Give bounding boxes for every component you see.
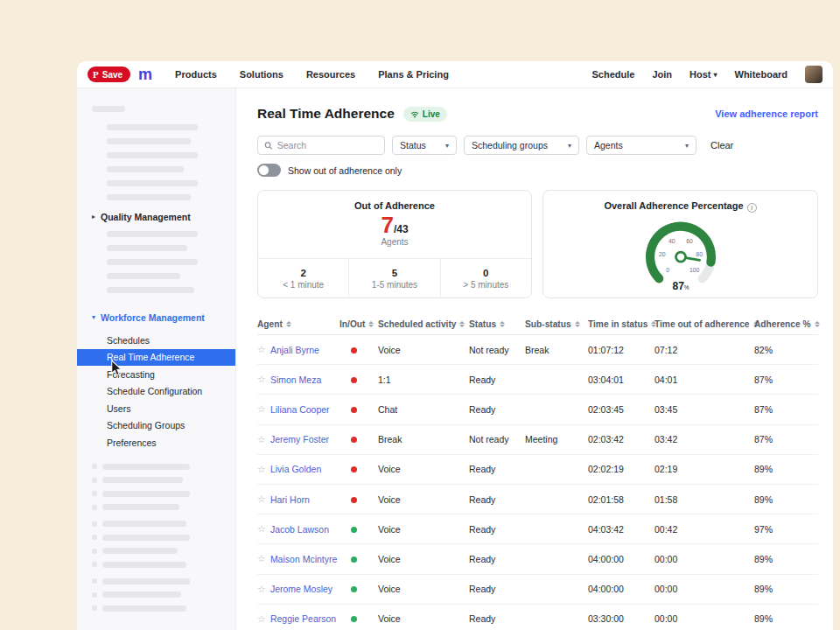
star-icon[interactable]: ☆ [257,344,266,355]
inout-dot [351,586,357,592]
skeleton-bullet [92,491,97,496]
stat-label: > 5 minutes [463,280,508,290]
cell-sub-status: Break [525,345,588,355]
overall-adherence-card: Overall Adherence Percentagei 0 20 40 60… [542,190,818,298]
cell-adherence: 87% [754,404,818,415]
inout-dot [351,377,357,383]
star-icon[interactable]: ☆ [257,584,266,595]
agent-link[interactable]: Reggie Pearson [270,613,336,624]
nav-item-solutions[interactable]: Solutions [240,69,284,80]
filter-bar: Status ▾ Scheduling groups ▾ Agents ▾ Cl… [257,136,818,155]
skeleton-row [92,535,235,541]
search-input[interactable] [277,140,378,150]
agents-select[interactable]: Agents ▾ [586,136,696,155]
cell-time-out: 03:45 [654,404,754,415]
sidebar-section-workforce-management[interactable]: ▾ Workforce Management [77,309,235,326]
skeleton-line [102,548,178,554]
pinterest-icon: P [93,69,99,80]
sidebar-item-preferences[interactable]: Preferences [77,434,235,452]
out-of-adherence-toggle[interactable] [257,164,281,177]
agent-link[interactable]: Maison Mcintyre [270,554,337,564]
table-row: ☆Reggie Pearson Voice Ready 03:30:00 00:… [257,605,818,630]
cell-adherence: 89% [754,613,818,624]
cell-activity: Voice [378,554,469,564]
skeleton-line [92,106,125,112]
cell-adherence: 89% [754,464,818,474]
agent-link[interactable]: Liliana Cooper [270,404,330,415]
sidebar-item-forecasting[interactable]: Forecasting [77,366,235,383]
cell-time-in-status: 03:30:00 [588,613,654,624]
cell-time-out: 00:00 [654,554,754,564]
agent-link[interactable]: Jerome Mosley [270,584,332,594]
status-select[interactable]: Status ▾ [392,136,457,155]
sidebar-item-schedule-configuration[interactable]: Schedule Configuration [77,383,235,401]
star-icon[interactable]: ☆ [257,464,266,475]
cell-adherence: 89% [754,494,818,505]
cell-status: Ready [469,554,525,564]
sidebar-item-users[interactable]: Users [77,400,235,417]
agent-link[interactable]: Jacob Lawson [270,524,329,535]
cell-activity: Break [378,434,469,444]
search-icon [264,141,273,150]
sidebar-item-schedules[interactable]: Schedules [77,332,235,349]
star-icon[interactable]: ☆ [257,553,266,564]
cell-status: Ready [469,464,525,474]
nav-item-host-label: Host [690,69,710,80]
sidebar-item-scheduling-groups[interactable]: Scheduling Groups [77,417,235,435]
star-icon[interactable]: ☆ [257,434,266,445]
agent-link[interactable]: Livia Golden [270,464,321,474]
skeleton-bullet [92,578,97,584]
inout-dot [351,497,357,503]
skeleton-bullet [92,464,97,469]
nav-item-schedule[interactable]: Schedule [592,69,635,80]
cell-time-out: 03:42 [654,434,754,444]
clear-filters-link[interactable]: Clear [710,140,733,150]
agent-link[interactable]: Anjali Byrne [270,345,319,355]
nav-item-whiteboard[interactable]: Whiteboard [735,69,788,80]
out-of-adherence-count: 7/43 [258,212,531,239]
skeleton-bullet [92,606,97,611]
agent-link[interactable]: Jeremy Foster [270,434,329,444]
star-icon[interactable]: ☆ [257,523,266,535]
scheduling-groups-select[interactable]: Scheduling groups ▾ [464,136,579,155]
cell-adherence: 89% [754,584,818,594]
column-header-time-in-status[interactable]: Time in status [588,319,654,329]
star-icon[interactable]: ☆ [257,613,266,625]
agent-link[interactable]: Hari Horn [270,494,310,505]
star-icon[interactable]: ☆ [257,374,266,385]
stat-label: < 1 minute [283,280,324,290]
column-header-status[interactable]: Status [469,319,525,329]
agent-link[interactable]: Simon Meza [270,374,321,385]
sidebar-item-real-time-adherence[interactable]: Real Time Adherence [77,349,235,367]
column-header-sub-status[interactable]: Sub-status [525,319,588,329]
app-logo[interactable]: m [138,66,152,82]
sort-icon [500,321,505,327]
nav-item-join[interactable]: Join [652,69,672,80]
column-header-agent[interactable]: Agent [257,319,340,329]
nav-item-host[interactable]: Host ▾ [690,69,717,80]
view-adherence-report-link[interactable]: View adherence report [715,108,818,119]
stat-1-5-minutes: 5 1-5 minutes [348,259,439,298]
sidebar-section-quality-management[interactable]: ▸ Quality Management [77,208,235,226]
info-icon[interactable]: i [747,203,757,213]
column-header-inout[interactable]: In/Out [340,319,378,329]
column-header-adherence[interactable]: Adherence % [754,319,818,329]
sort-icon [459,321,465,327]
star-icon[interactable]: ☆ [257,403,266,415]
nav-item-resources[interactable]: Resources [306,69,355,80]
table-row: ☆Liliana Cooper Chat Ready 02:03:45 03:4… [257,395,818,424]
star-icon[interactable]: ☆ [257,494,266,505]
pinterest-save-button[interactable]: P Save [88,66,130,82]
avatar[interactable] [805,66,822,83]
skeleton-row [92,578,235,584]
breakdown-stats: 2 < 1 minute 5 1-5 minutes 0 > 5 minutes [258,258,531,298]
column-header-scheduled-activity[interactable]: Scheduled activity [378,319,469,329]
skeleton-line [102,535,190,541]
toggle-row: Show out of adherence only [257,164,818,177]
skeleton-line [102,504,179,510]
cell-status: Ready [469,613,525,624]
skeleton-bullet [92,478,97,483]
column-header-time-out-of-adherence[interactable]: Time out of adherence [654,319,754,329]
nav-item-plans-pricing[interactable]: Plans & Pricing [378,69,449,80]
nav-item-products[interactable]: Products [175,69,217,80]
